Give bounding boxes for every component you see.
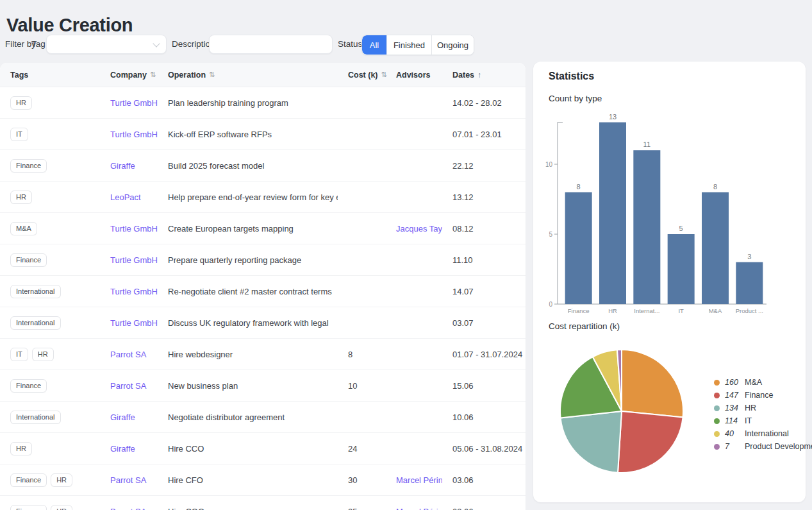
count-by-type-bar-chart: 05108Finance13HR11Internat...5IT8M&A3Pro…: [533, 113, 806, 318]
cell-operation: Help prepare end-of-year review form for…: [158, 192, 338, 202]
legend-label: HR: [745, 404, 756, 412]
legend-item-it: 114IT: [714, 414, 812, 427]
column-label: Advisors: [396, 71, 431, 80]
column-header-cost-k[interactable]: Cost (k)⇅: [338, 71, 386, 80]
cell-cost: 10: [338, 381, 386, 391]
cell-tags: Finance: [0, 253, 100, 267]
cell-tags: Finance: [0, 379, 100, 393]
cell-operation: Build 2025 forecast model: [158, 161, 338, 171]
company-link[interactable]: Parrot SA: [100, 475, 158, 485]
cost-repartition-pie-chart: [546, 339, 700, 487]
tag-chip: HR: [51, 505, 72, 510]
table-row: FinanceHRParrot SAHire COO25Marcel Périn…: [0, 496, 526, 510]
company-link[interactable]: Giraffe: [100, 444, 158, 454]
cell-dates: 13.12: [442, 192, 526, 202]
tag-chip: Finance: [10, 253, 47, 267]
company-link[interactable]: Turtle GmbH: [100, 255, 158, 265]
pie-legend: 160M&A147Finance134HR114IT40Internationa…: [714, 376, 812, 453]
cell-operation: Plan leadership training program: [158, 98, 338, 108]
tag-chip: International: [10, 411, 61, 424]
sort-ascending-icon: ↑: [477, 71, 481, 80]
legend-value: 160: [725, 378, 745, 387]
company-link[interactable]: Turtle GmbH: [100, 318, 158, 328]
cell-dates: 05.06 - 31.08.2024: [442, 444, 526, 454]
column-header-tags: Tags: [0, 71, 100, 80]
svg-text:Product ...: Product ...: [736, 307, 763, 314]
advisor-link[interactable]: Marcel Périn: [386, 475, 442, 485]
legend-dot-icon: [714, 405, 720, 411]
tag-chip: HR: [10, 191, 32, 204]
column-header-company[interactable]: Company⇅: [100, 71, 158, 80]
svg-text:10: 10: [545, 161, 553, 168]
legend-dot-icon: [714, 444, 720, 450]
cell-tags: International: [0, 411, 100, 424]
tag-label: Tag: [31, 35, 46, 54]
cell-tags: FinanceHR: [0, 473, 100, 487]
company-link[interactable]: Turtle GmbH: [100, 98, 158, 108]
cell-dates: 03.06: [442, 475, 526, 485]
cell-operation: Re-negotiate client #2 master contract t…: [158, 287, 338, 296]
cell-dates: 11.10: [442, 255, 526, 265]
cell-tags: ITHR: [0, 348, 100, 361]
cell-operation: New business plan: [158, 381, 338, 391]
tag-chip: Finance: [10, 379, 47, 393]
column-label: Operation: [168, 71, 206, 80]
pie-slice-m-a: [622, 350, 683, 418]
advisor-link[interactable]: Jacques Taylor: [386, 224, 442, 234]
cell-operation: Negotiate distributor agreement: [158, 412, 338, 422]
tag-chip: HR: [10, 442, 32, 455]
tag-chip: IT: [10, 128, 28, 141]
status-all-button[interactable]: All: [362, 35, 386, 55]
tag-select[interactable]: [46, 35, 167, 54]
column-label: Cost (k): [348, 71, 378, 80]
sort-icon: ⇅: [150, 71, 156, 79]
table-row: M&ATurtle GmbHCreate European targets ma…: [0, 213, 526, 244]
company-link[interactable]: Turtle GmbH: [100, 287, 158, 296]
svg-text:11: 11: [643, 140, 650, 148]
svg-text:IT: IT: [678, 307, 684, 314]
table-row: ITTurtle GmbHKick-off ERP software RFPs0…: [0, 119, 526, 150]
legend-value: 7: [725, 442, 745, 451]
company-link[interactable]: Giraffe: [100, 412, 158, 422]
svg-text:Internat...: Internat...: [634, 307, 659, 314]
column-header-operation[interactable]: Operation⇅: [158, 71, 338, 80]
company-link[interactable]: Turtle GmbH: [100, 224, 158, 234]
table-row: HRTurtle GmbHPlan leadership training pr…: [0, 87, 526, 119]
column-header-dates[interactable]: Dates↑: [442, 71, 526, 80]
table-row: InternationalTurtle GmbHRe-negotiate cli…: [0, 276, 526, 307]
statistics-title: Statistics: [549, 71, 594, 82]
column-header-advisors: Advisors: [386, 71, 442, 80]
svg-text:5: 5: [549, 231, 552, 238]
advisor-link[interactable]: Marcel Périn: [386, 507, 442, 510]
tag-chip: IT: [10, 348, 28, 361]
cell-dates: 08.12: [442, 224, 526, 234]
cell-operation: Create European targets mapping: [158, 224, 338, 234]
company-link[interactable]: LeoPact: [100, 192, 158, 202]
svg-text:M&A: M&A: [709, 307, 722, 314]
svg-text:3: 3: [747, 253, 751, 260]
description-input[interactable]: [209, 35, 333, 54]
column-label: Tags: [10, 71, 28, 80]
company-link[interactable]: Turtle GmbH: [100, 130, 158, 139]
tag-chip: International: [10, 285, 61, 298]
legend-label: IT: [745, 416, 752, 425]
company-link[interactable]: Parrot SA: [100, 350, 158, 359]
cell-tags: International: [0, 316, 100, 330]
legend-dot-icon: [714, 418, 720, 424]
status-ongoing-button[interactable]: Ongoing: [431, 35, 474, 55]
cell-tags: FinanceHR: [0, 505, 100, 510]
company-link[interactable]: Parrot SA: [100, 381, 158, 391]
statistics-panel: Statistics Count by type 05108Finance13H…: [533, 62, 806, 502]
cell-dates: 15.06: [442, 381, 526, 391]
svg-text:HR: HR: [608, 307, 617, 314]
table-row: FinanceGiraffeBuild 2025 forecast model2…: [0, 150, 526, 182]
company-link[interactable]: Giraffe: [100, 161, 158, 171]
cell-tags: Finance: [0, 159, 100, 173]
company-link[interactable]: Parrot SA: [100, 507, 158, 510]
table-row: FinanceHRParrot SAHire CFO30Marcel Périn…: [0, 464, 526, 496]
status-finished-button[interactable]: Finished: [386, 35, 431, 55]
cell-operation: Hire COO: [158, 507, 338, 510]
table-row: FinanceTurtle GmbHPrepare quarterly repo…: [0, 244, 526, 276]
cell-dates: 14.07: [442, 287, 526, 296]
cell-tags: HR: [0, 191, 100, 204]
